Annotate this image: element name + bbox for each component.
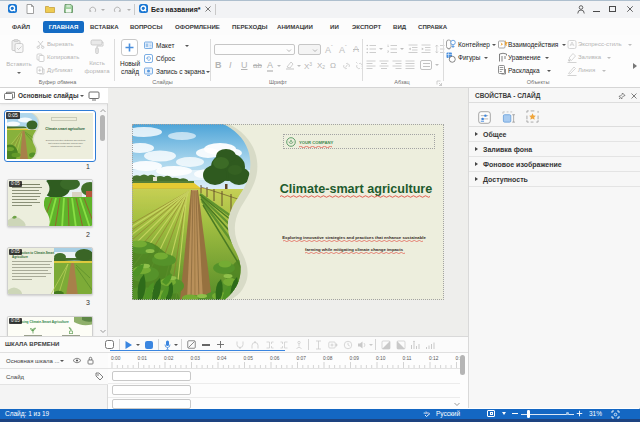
svg-text:0:12: 0:12 — [429, 356, 439, 361]
svg-text:0:03: 0:03 — [191, 356, 201, 361]
svg-text:0:07: 0:07 — [297, 356, 307, 361]
svg-text:0:04: 0:04 — [217, 356, 227, 361]
svg-text:0:10: 0:10 — [376, 356, 386, 361]
svg-text:0:06: 0:06 — [270, 356, 280, 361]
svg-text:0:01: 0:01 — [138, 356, 148, 361]
svg-text:0:02: 0:02 — [164, 356, 174, 361]
svg-text:0:09: 0:09 — [350, 356, 360, 361]
svg-text:0:11: 0:11 — [403, 356, 412, 361]
svg-text:0:00: 0:00 — [111, 356, 121, 361]
svg-text:abc: abc — [424, 410, 430, 414]
svg-text:0:08: 0:08 — [323, 356, 333, 361]
svg-text:0:05: 0:05 — [244, 356, 254, 361]
